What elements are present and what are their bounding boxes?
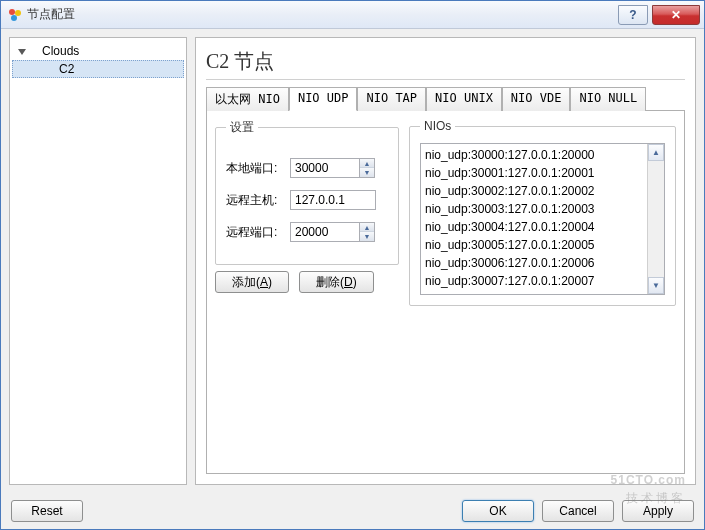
tab-ethernet-nio[interactable]: 以太网 NIO [206, 87, 289, 111]
dialog-window: 节点配置 ? ✕ Clouds C2 C2 节点 以太网 NIO N [0, 0, 705, 530]
add-button[interactable]: 添加(A) [215, 271, 289, 293]
remote-port-label: 远程端口: [226, 224, 282, 241]
tab-nio-unix[interactable]: NIO UNIX [426, 87, 502, 111]
nios-listbox[interactable]: nio_udp:30000:127.0.0.1:20000 nio_udp:30… [420, 143, 665, 295]
page-title: C2 节点 [206, 44, 685, 80]
close-icon: ✕ [671, 8, 681, 22]
cancel-button[interactable]: Cancel [542, 500, 614, 522]
nios-legend: NIOs [420, 119, 455, 133]
list-item[interactable]: nio_udp:30002:127.0.0.1:20002 [425, 182, 643, 200]
list-item[interactable]: nio_udp:30006:127.0.0.1:20006 [425, 254, 643, 272]
local-port-spinbox[interactable]: ▲ ▼ [290, 158, 375, 178]
scroll-up-icon[interactable]: ▲ [648, 144, 664, 161]
list-item[interactable]: nio_udp:30004:127.0.0.1:20004 [425, 218, 643, 236]
spin-down-icon[interactable]: ▼ [360, 232, 374, 241]
right-pane: C2 节点 以太网 NIO NIO UDP NIO TAP NIO UNIX N… [195, 37, 696, 485]
reset-button[interactable]: Reset [11, 500, 83, 522]
list-item[interactable]: nio_udp:30000:127.0.0.1:20000 [425, 146, 643, 164]
list-item[interactable]: nio_udp:30003:127.0.0.1:20003 [425, 200, 643, 218]
spin-up-icon[interactable]: ▲ [360, 223, 374, 232]
dialog-button-bar: Reset OK Cancel Apply [1, 493, 704, 529]
remote-port-input[interactable] [290, 222, 360, 242]
list-item[interactable]: nio_udp:30001:127.0.0.1:20001 [425, 164, 643, 182]
spin-up-icon[interactable]: ▲ [360, 159, 374, 168]
tab-nio-vde[interactable]: NIO VDE [502, 87, 571, 111]
spin-down-icon[interactable]: ▼ [360, 168, 374, 177]
help-button[interactable]: ? [618, 5, 648, 25]
delete-button[interactable]: 删除(D) [299, 271, 374, 293]
remote-host-label: 远程主机: [226, 192, 282, 209]
tab-nio-null[interactable]: NIO NULL [570, 87, 646, 111]
settings-legend: 设置 [226, 119, 258, 136]
titlebar: 节点配置 ? ✕ [1, 1, 704, 29]
remote-host-input[interactable] [290, 190, 376, 210]
tree-pane: Clouds C2 [9, 37, 187, 485]
svg-point-0 [9, 9, 15, 15]
tab-nio-tap[interactable]: NIO TAP [357, 87, 426, 111]
collapse-icon[interactable] [16, 45, 28, 57]
settings-group: 设置 本地端口: ▲ ▼ 远程主 [215, 119, 399, 265]
remote-port-spinbox[interactable]: ▲ ▼ [290, 222, 375, 242]
local-port-input[interactable] [290, 158, 360, 178]
svg-point-2 [11, 15, 17, 21]
tree-label: Clouds [42, 44, 79, 58]
svg-point-1 [15, 10, 21, 16]
window-title: 节点配置 [27, 6, 618, 23]
local-port-label: 本地端口: [226, 160, 282, 177]
help-icon: ? [629, 8, 636, 22]
tab-bar: 以太网 NIO NIO UDP NIO TAP NIO UNIX NIO VDE… [206, 86, 685, 110]
nios-group: NIOs nio_udp:30000:127.0.0.1:20000 nio_u… [409, 119, 676, 306]
apply-button[interactable]: Apply [622, 500, 694, 522]
app-icon [7, 7, 23, 23]
tree-item-c2[interactable]: C2 [12, 60, 184, 78]
content-area: Clouds C2 C2 节点 以太网 NIO NIO UDP NIO TAP … [1, 29, 704, 493]
scroll-down-icon[interactable]: ▼ [648, 277, 664, 294]
tree-item-clouds[interactable]: Clouds [10, 42, 186, 60]
tree-label: C2 [59, 62, 74, 76]
close-button[interactable]: ✕ [652, 5, 700, 25]
tab-nio-udp[interactable]: NIO UDP [289, 87, 358, 111]
list-item[interactable]: nio_udp:30005:127.0.0.1:20005 [425, 236, 643, 254]
scrollbar[interactable]: ▲ ▼ [647, 144, 664, 294]
list-item[interactable]: nio_udp:30007:127.0.0.1:20007 [425, 272, 643, 290]
tab-body: 设置 本地端口: ▲ ▼ 远程主 [206, 110, 685, 474]
ok-button[interactable]: OK [462, 500, 534, 522]
